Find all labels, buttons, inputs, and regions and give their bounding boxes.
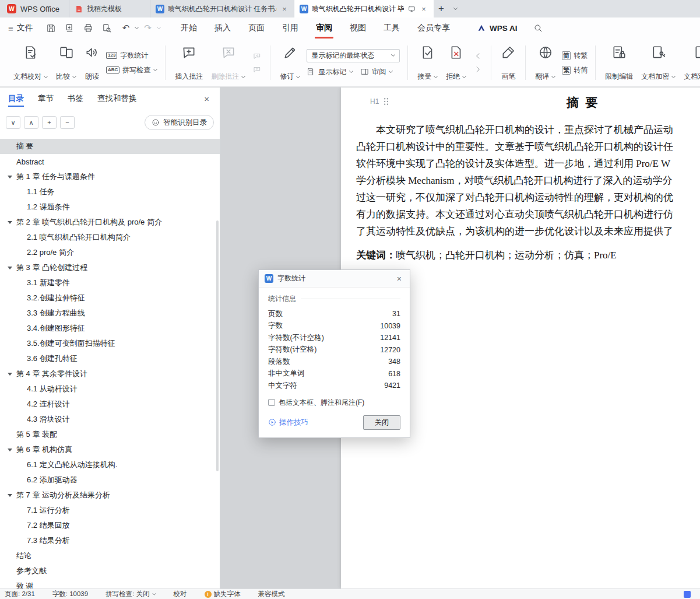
toc-item[interactable]: 第 2 章 喷气织机凸轮开口机构及 pro/e 简介: [0, 215, 220, 230]
toc-item[interactable]: 7.2 结果回放: [0, 518, 220, 533]
spell-check-button[interactable]: ABC 拼写检查: [106, 65, 157, 75]
markup-state-select[interactable]: 显示标记的最终状态: [307, 49, 400, 62]
restrict-edit-button[interactable]: 限制编辑: [601, 41, 637, 84]
collapse-triangle-icon[interactable]: [8, 267, 12, 269]
sidebar-scrollbar[interactable]: [216, 139, 219, 589]
tab-bookmarks[interactable]: 书签: [68, 87, 83, 110]
word-count-button[interactable]: 123 字数统计: [106, 51, 157, 61]
compare-button[interactable]: 比较: [52, 41, 80, 84]
ribbon-tab[interactable]: 引用: [282, 17, 298, 38]
toc-item[interactable]: 摘 要: [0, 139, 220, 154]
file-menu-button[interactable]: ≡ 文件: [8, 17, 33, 38]
toc-item[interactable]: 1.2 课题条件: [0, 199, 220, 215]
track-changes-button[interactable]: 修订: [276, 41, 304, 84]
paragraph-line[interactable]: 凸轮开口机构设计中的重要性。文章基于喷气织机凸轮开口机构的设计任: [356, 138, 700, 155]
scrollbar-thumb[interactable]: [216, 220, 219, 471]
ribbon-tab[interactable]: 会员专享: [417, 17, 450, 38]
next-comment-icon[interactable]: [251, 64, 263, 75]
previous-comment-icon[interactable]: [251, 51, 263, 61]
toc-item[interactable]: 3.3 创建方程曲线: [0, 306, 220, 321]
document-body[interactable]: 本文研究了喷气织机凸轮开口机构的设计，重点探讨了机械产品运动凸轮开口机构设计中的…: [341, 121, 700, 264]
delete-comment-button[interactable]: 删除批注: [207, 41, 249, 84]
collapse-triangle-icon[interactable]: [8, 221, 12, 224]
ribbon-tab[interactable]: 审阅: [316, 17, 332, 38]
toc-item[interactable]: 结论: [0, 548, 220, 563]
drag-handle-icon[interactable]: [383, 97, 389, 106]
accept-button[interactable]: 接受: [413, 41, 442, 84]
print-icon[interactable]: [83, 23, 93, 33]
toc-item[interactable]: 第 3 章 凸轮创建过程: [0, 260, 220, 275]
toc-item[interactable]: 7.1 运行分析: [0, 503, 220, 518]
toc-item[interactable]: 参考文献: [0, 563, 220, 579]
toc-item[interactable]: 第 1 章 任务与课题条件: [0, 169, 220, 184]
reject-button[interactable]: 拒绝: [442, 41, 470, 84]
ribbon-tab[interactable]: 页面: [248, 17, 265, 38]
tab-toc[interactable]: 目录: [8, 87, 24, 110]
smart-toc-button[interactable]: 智能识别目录: [145, 115, 214, 130]
toc-item[interactable]: 2.2 pro/e 简介: [0, 245, 220, 260]
paragraph-line[interactable]: 学分析模块 Mechanism，对喷气织机凸轮开口机构进行了深入的运动学分: [356, 172, 700, 189]
expand-all-button[interactable]: ∨: [6, 116, 20, 129]
status-item[interactable]: 兼容模式: [258, 590, 285, 598]
toc-item[interactable]: 4.3 滑块设计: [0, 412, 220, 427]
toc-item[interactable]: 2.1 喷气织机凸轮开口机构简介: [0, 230, 220, 245]
paragraph-line[interactable]: 软件环境中实现了凸轮的设计及实体造型。进一步地，通过利用 Pro/E W: [356, 155, 700, 172]
ribbon-tab[interactable]: 插入: [214, 17, 231, 38]
dialog-close-icon[interactable]: ×: [395, 274, 404, 284]
wps-home-button[interactable]: W WPS Office: [0, 0, 69, 17]
paragraph-line[interactable]: 过这一研究，不仅加深了对凸轮开口机构运动特性的理解，更对机构的优: [356, 189, 700, 206]
ribbon-tab[interactable]: 视图: [350, 17, 366, 38]
tab-chapters[interactable]: 章节: [38, 87, 54, 110]
toc-item[interactable]: 3.2.创建拉伸特征: [0, 290, 220, 306]
undo-icon[interactable]: ↶: [122, 23, 130, 33]
tab-find-replace[interactable]: 查找和替换: [97, 87, 137, 110]
collapse-level-button[interactable]: −: [60, 116, 75, 129]
tips-link[interactable]: 操作技巧: [268, 418, 308, 428]
search-icon[interactable]: [533, 23, 543, 33]
insert-comment-button[interactable]: 插入批注: [171, 41, 207, 84]
collapse-triangle-icon[interactable]: [8, 449, 12, 451]
toc-item[interactable]: 致 谢: [0, 579, 220, 589]
status-item[interactable]: ! 缺失字体: [205, 590, 241, 598]
toc-item[interactable]: 第 6 章 机构仿真: [0, 442, 220, 457]
status-item[interactable]: 页面: 2/31: [5, 590, 35, 598]
toc-item[interactable]: Abstract: [0, 154, 220, 169]
toc-item[interactable]: 4.2 连杆设计: [0, 397, 220, 412]
read-aloud-button[interactable]: 朗读: [80, 41, 104, 84]
wps-ai-button[interactable]: WPS AI: [477, 17, 518, 38]
toc-item[interactable]: 第 5 章 装配: [0, 427, 220, 442]
toc-item[interactable]: 6.2 添加驱动器: [0, 472, 220, 488]
collapse-triangle-icon[interactable]: [8, 373, 12, 376]
encrypt-button[interactable]: 文档加密: [637, 41, 680, 84]
collapse-triangle-icon[interactable]: [8, 176, 12, 178]
paragraph-line[interactable]: 了其运动特性及优缺点，为该机构的进一步优化设计以及未来应用提供了: [356, 223, 700, 240]
new-tab-button[interactable]: +: [434, 0, 449, 17]
translate-button[interactable]: 翻译: [531, 41, 560, 84]
simplified-to-traditional-button[interactable]: 简 转繁: [562, 51, 588, 61]
review-pane-button[interactable]: 审阅: [360, 67, 393, 77]
tab-document-taskbook[interactable]: W 喷气织机凸轮开口机构设计 任务书.do ×: [150, 0, 294, 17]
close-sidebar-icon[interactable]: ×: [202, 93, 212, 105]
status-item[interactable]: 拼写检查: 关闭: [105, 590, 156, 598]
close-button[interactable]: 关闭: [363, 415, 400, 430]
checkbox-icon[interactable]: [268, 399, 275, 406]
next-revision-icon[interactable]: [472, 64, 484, 75]
export-pdf-icon[interactable]: [65, 23, 75, 33]
tab-list-chevron-icon[interactable]: [453, 6, 458, 10]
toc-item[interactable]: 3.5.创建可变剖面扫描特征: [0, 336, 220, 351]
toc-item[interactable]: 3.1 新建零件: [0, 275, 220, 290]
save-icon[interactable]: [46, 23, 56, 33]
collapse-triangle-icon[interactable]: [8, 494, 12, 497]
toc-item[interactable]: 6.1 定义凸轮从动连接机构.: [0, 457, 220, 472]
tab-document-thesis[interactable]: W 喷气织机凸轮开口机构设计 毕 ×: [294, 0, 434, 17]
view-mode-icon[interactable]: [684, 591, 691, 598]
toc-item[interactable]: 3.4.创建图形特征: [0, 321, 220, 336]
toc-item[interactable]: 3.6 创建孔特征: [0, 351, 220, 366]
redo-options-chevron-icon[interactable]: [157, 25, 161, 29]
toc-item[interactable]: 4.1 从动杆设计: [0, 381, 220, 397]
undo-options-chevron-icon[interactable]: [135, 25, 139, 29]
traditional-to-simplified-button[interactable]: 繁 转简: [562, 65, 588, 75]
ribbon-tab[interactable]: 开始: [181, 17, 197, 38]
toc-item[interactable]: 第 4 章 其余零件设计: [0, 366, 220, 381]
keywords-line[interactable]: 关键词：喷气织机；凸轮开口机构；运动分析；仿真；Pro/E: [356, 247, 700, 264]
